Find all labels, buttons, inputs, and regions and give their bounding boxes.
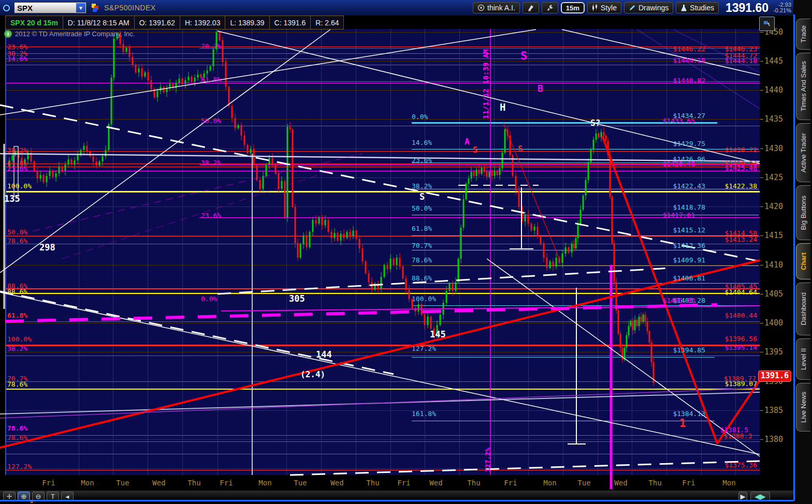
fib-line	[5, 167, 760, 167]
style-button[interactable]: Style	[587, 2, 621, 13]
symbol-description: S&P500INDEX	[104, 4, 156, 12]
date-tick: Fri	[504, 479, 517, 487]
tab-trade[interactable]: Trade	[796, 19, 810, 50]
price-tick: 1435	[760, 114, 783, 124]
date-tick: Mon	[543, 479, 556, 487]
fib-line	[412, 189, 759, 189]
flask-icon	[680, 4, 687, 11]
price-tick: 1380	[760, 435, 783, 444]
price-tick: 1395	[760, 347, 783, 357]
gridline-h	[5, 439, 760, 440]
price-tick: 1385	[760, 406, 783, 415]
date-tick: Tue	[577, 479, 590, 487]
gridline-v	[666, 29, 667, 475]
gridline-h	[5, 206, 760, 207]
ohlc-field: C: 1391.6	[270, 16, 311, 29]
price-axis[interactable]: 1450144514401435143014251420141514101405…	[760, 29, 793, 491]
ohlc-field: H: 1392.03	[180, 16, 226, 29]
ohlc-field: D: 11/8/12 8:15 AM	[63, 16, 135, 29]
gridline-v	[252, 29, 252, 475]
date-tick: Fri	[397, 479, 410, 487]
date-axis[interactable]: FriMonTueWedThuFriMonTueWedThuFriWedThuF…	[5, 475, 760, 491]
date-tick: Mon	[81, 479, 94, 487]
expand-chevron-icon[interactable]: «	[29, 500, 35, 502]
fib-line	[412, 250, 759, 250]
gridline-v	[113, 29, 113, 475]
date-tick: Wed	[330, 479, 343, 487]
studies-button[interactable]: Studies	[676, 2, 719, 13]
date-tick: Thu	[187, 479, 200, 487]
bottom-divider	[0, 500, 793, 501]
gridline-v	[182, 29, 183, 475]
gridline-v	[632, 29, 632, 475]
price-tick: 1430	[760, 144, 783, 153]
price-tick: 1420	[760, 202, 783, 211]
fib-line	[5, 47, 760, 47]
fib-line	[5, 355, 760, 356]
gridline-v	[286, 29, 287, 475]
fib-line	[412, 283, 759, 284]
gridline-v	[528, 29, 529, 475]
date-tick: Fri	[220, 479, 233, 487]
tab-label: Big Buttons	[800, 196, 807, 230]
pointer-tool-button[interactable]	[759, 17, 775, 31]
price-tick: 1410	[760, 260, 783, 270]
timeframe-badge[interactable]: 15m	[561, 2, 585, 13]
tab-times-and-sales[interactable]: Times And Sales	[796, 53, 810, 120]
wrench-icon	[546, 4, 554, 11]
ohlc-field: O: 1391.62	[135, 16, 180, 29]
think-ai-button[interactable]: think A.I.	[473, 2, 520, 13]
gridline-h	[5, 119, 760, 120]
pencil-icon	[629, 4, 636, 11]
tab-live-news[interactable]: Live News	[796, 383, 810, 432]
cascade-icon[interactable]	[92, 4, 100, 12]
fib-line	[5, 389, 760, 390]
fib-line	[5, 191, 760, 192]
date-tick: Tue	[116, 479, 129, 487]
fib-line	[5, 53, 760, 54]
fib-line	[5, 65, 760, 65]
tab-chart[interactable]: Chart	[796, 243, 810, 279]
gridline-v	[79, 29, 79, 475]
tab-dashboard[interactable]: Dashboard	[796, 283, 810, 335]
fib-line	[199, 81, 760, 82]
fib-line	[5, 381, 760, 382]
fib-line	[5, 321, 760, 322]
tab-label: Live News	[800, 392, 807, 423]
tab-label: Dashboard	[800, 292, 807, 325]
date-tick: Thu	[366, 479, 379, 487]
think-ai-icon	[477, 4, 485, 11]
gridline-h	[5, 32, 760, 33]
ohlc-bar: SPX 20 d 15mD: 11/8/12 8:15 AMO: 1391.62…	[5, 16, 344, 29]
gridline-h	[5, 352, 760, 352]
tab-big-buttons[interactable]: Big Buttons	[796, 185, 810, 240]
fib-line	[5, 164, 760, 164]
fib-line	[199, 48, 760, 49]
marker-tool-button[interactable]	[523, 2, 539, 13]
chevron-down-icon[interactable]: ▼	[76, 3, 85, 12]
tab-label: Chart	[800, 253, 807, 270]
date-tick: Thu	[467, 479, 480, 487]
last-price-badge: 1391.6	[758, 370, 791, 382]
gridline-v	[563, 29, 563, 475]
fib-line	[5, 470, 760, 470]
link-dot-icon[interactable]	[3, 5, 10, 11]
drawings-button[interactable]: Drawings	[624, 2, 673, 13]
fib-line	[412, 149, 759, 150]
date-tick: Wed	[614, 479, 627, 487]
hand-cursor-icon	[763, 19, 771, 28]
symbol-input[interactable]: SPX ▼	[14, 2, 86, 13]
tab-level-ii[interactable]: Level II	[796, 338, 810, 380]
fib-line	[5, 345, 760, 346]
fib-line	[199, 165, 760, 165]
settings-wrench-button[interactable]	[542, 2, 558, 13]
fib-line	[5, 171, 760, 171]
tab-active-trader[interactable]: Active Trader	[796, 123, 810, 182]
tab-label: Trade	[800, 25, 807, 42]
price-tick: 1415	[760, 231, 783, 240]
chart-canvas[interactable]	[5, 29, 760, 475]
fib-line	[5, 83, 760, 83]
ohlc-field: L: 1389.39	[225, 16, 269, 29]
gridline-h	[5, 410, 760, 411]
fib-line	[5, 151, 760, 152]
